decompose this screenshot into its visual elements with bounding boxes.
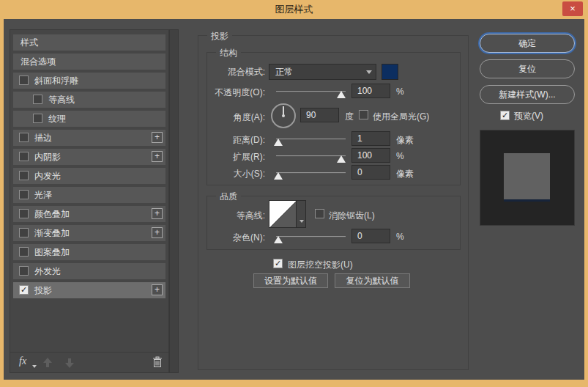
item-label: 等高线 bbox=[48, 92, 75, 108]
checkbox-unchecked[interactable] bbox=[33, 114, 42, 123]
add-instance-icon[interactable]: + bbox=[152, 227, 163, 238]
sidebar-item-satin[interactable]: 光泽 bbox=[13, 187, 165, 203]
close-icon: × bbox=[570, 3, 576, 14]
add-instance-icon[interactable]: + bbox=[152, 208, 163, 219]
item-label: 渐变叠加 bbox=[34, 225, 70, 241]
noise-unit: % bbox=[396, 232, 404, 242]
opacity-slider-thumb[interactable] bbox=[337, 91, 346, 98]
checkbox-checked[interactable]: ✓ bbox=[19, 285, 29, 295]
sidebar-item-texture[interactable]: 纹理 bbox=[13, 111, 165, 127]
dialog-title: 图层样式 bbox=[0, 0, 588, 19]
sidebar-item-drop-shadow[interactable]: ✓ 投影 + bbox=[13, 282, 165, 298]
sidebar-item-styles[interactable]: 样式 bbox=[13, 34, 165, 51]
global-light-label: 使用全局光(G) bbox=[373, 111, 429, 123]
item-label: 外发光 bbox=[34, 263, 61, 279]
sidebar-item-stroke[interactable]: 描边 + bbox=[13, 130, 165, 146]
shadow-color-swatch[interactable] bbox=[382, 64, 398, 80]
noise-slider-thumb[interactable] bbox=[274, 236, 283, 243]
size-unit: 像素 bbox=[396, 168, 414, 180]
checkbox-unchecked[interactable] bbox=[19, 171, 29, 180]
ok-button[interactable]: 确定 bbox=[480, 34, 575, 53]
make-default-button[interactable]: 设置为默认值 bbox=[253, 273, 328, 288]
size-slider[interactable] bbox=[276, 172, 346, 174]
distance-input[interactable]: 1 bbox=[351, 131, 390, 146]
fx-menu-caret-icon bbox=[32, 365, 37, 368]
global-light-checkbox[interactable] bbox=[359, 110, 368, 119]
distance-label: 距离(D): bbox=[207, 134, 265, 147]
item-label: 纹理 bbox=[48, 111, 66, 127]
reset-button[interactable]: 复位 bbox=[480, 59, 575, 78]
sidebar-item-pattern-overlay[interactable]: 图案叠加 bbox=[13, 244, 165, 260]
item-label: 颜色叠加 bbox=[34, 206, 70, 222]
fx-menu-icon[interactable]: fx bbox=[19, 355, 26, 367]
blend-mode-value: 正常 bbox=[275, 67, 293, 77]
styles-list-scrollbar[interactable] bbox=[169, 29, 179, 373]
spread-slider-thumb[interactable] bbox=[337, 155, 346, 163]
checkbox-unchecked[interactable] bbox=[19, 75, 29, 85]
angle-dial[interactable] bbox=[271, 103, 296, 128]
distance-slider[interactable] bbox=[276, 139, 346, 140]
item-label: 斜面和浮雕 bbox=[34, 73, 78, 89]
checkbox-unchecked[interactable] bbox=[19, 152, 29, 161]
blend-mode-label: 混合模式: bbox=[207, 66, 265, 78]
reset-default-button[interactable]: 复位为默认值 bbox=[335, 273, 410, 288]
preview-label: 预览(V) bbox=[514, 110, 543, 122]
sidebar-item-blending-options[interactable]: 混合选项 bbox=[13, 54, 165, 70]
sidebar-item-outer-glow[interactable]: 外发光 bbox=[13, 263, 165, 279]
sidebar-item-color-overlay[interactable]: 颜色叠加 + bbox=[13, 206, 165, 222]
checkbox-unchecked[interactable] bbox=[33, 95, 42, 104]
move-effect-down-icon[interactable] bbox=[64, 358, 75, 368]
close-button[interactable]: × bbox=[562, 1, 583, 16]
add-instance-icon[interactable]: + bbox=[152, 284, 163, 295]
item-label: 描边 bbox=[34, 130, 52, 146]
styles-list-panel: 样式 混合选项 斜面和浮雕 等高线 纹理 bbox=[10, 29, 169, 373]
titlebar[interactable]: 图层样式 × bbox=[0, 0, 588, 19]
checkbox-unchecked[interactable] bbox=[19, 247, 29, 257]
opacity-input[interactable]: 100 bbox=[351, 84, 390, 98]
contour-label: 等高线: bbox=[207, 210, 265, 222]
sidebar-item-inner-glow[interactable]: 内发光 bbox=[13, 168, 165, 184]
size-slider-thumb[interactable] bbox=[274, 172, 283, 180]
item-label: 图案叠加 bbox=[34, 244, 70, 260]
opacity-slider[interactable] bbox=[276, 91, 346, 92]
distance-slider-thumb[interactable] bbox=[274, 139, 283, 146]
spread-slider[interactable] bbox=[276, 155, 346, 157]
checkbox-unchecked[interactable] bbox=[19, 190, 29, 199]
contour-thumbnail[interactable] bbox=[269, 200, 297, 228]
new-style-button[interactable]: 新建样式(W)... bbox=[480, 85, 575, 104]
size-input[interactable]: 0 bbox=[351, 165, 390, 180]
angle-label: 角度(A): bbox=[207, 111, 265, 124]
sidebar-item-inner-shadow[interactable]: 内阴影 + bbox=[13, 149, 165, 165]
noise-input[interactable]: 0 bbox=[351, 229, 390, 243]
delete-effect-icon[interactable] bbox=[152, 356, 163, 371]
sidebar-item-gradient-overlay[interactable]: 渐变叠加 + bbox=[13, 225, 165, 241]
drop-shadow-panel: 投影 结构 混合模式: 正常 不透明度(O): 100 % 角度(A): bbox=[198, 35, 469, 370]
sidebar-item-bevel-emboss[interactable]: 斜面和浮雕 bbox=[13, 73, 165, 89]
noise-slider[interactable] bbox=[276, 236, 346, 237]
checkbox-unchecked[interactable] bbox=[19, 133, 29, 142]
structure-group: 结构 混合模式: 正常 不透明度(O): 100 % 角度(A): bbox=[206, 52, 461, 185]
panel-title: 投影 bbox=[207, 30, 232, 43]
item-label: 混合选项 bbox=[21, 54, 56, 70]
sidebar-item-contour[interactable]: 等高线 bbox=[13, 92, 165, 108]
antialias-checkbox[interactable] bbox=[315, 209, 324, 218]
quality-group-title: 品质 bbox=[216, 191, 241, 203]
knockout-checkbox[interactable]: ✓ bbox=[273, 259, 283, 268]
blend-mode-select[interactable]: 正常 bbox=[269, 64, 376, 80]
contour-picker-button[interactable] bbox=[296, 200, 306, 228]
distance-unit: 像素 bbox=[396, 134, 414, 147]
angle-input[interactable]: 90 bbox=[300, 108, 339, 122]
checkbox-unchecked[interactable] bbox=[19, 209, 29, 218]
add-instance-icon[interactable]: + bbox=[152, 132, 163, 143]
item-label: 内发光 bbox=[34, 168, 61, 184]
move-effect-up-icon[interactable] bbox=[42, 358, 53, 368]
item-label: 光泽 bbox=[34, 187, 52, 203]
add-instance-icon[interactable]: + bbox=[152, 151, 163, 162]
checkbox-unchecked[interactable] bbox=[19, 228, 29, 237]
preview-checkbox[interactable]: ✓ bbox=[500, 111, 510, 120]
spread-input[interactable]: 100 bbox=[351, 148, 390, 163]
spread-unit: % bbox=[396, 151, 404, 161]
checkbox-unchecked[interactable] bbox=[19, 266, 29, 276]
spread-label: 扩展(R): bbox=[207, 151, 265, 163]
styles-list: 样式 混合选项 斜面和浮雕 等高线 纹理 bbox=[10, 34, 168, 301]
